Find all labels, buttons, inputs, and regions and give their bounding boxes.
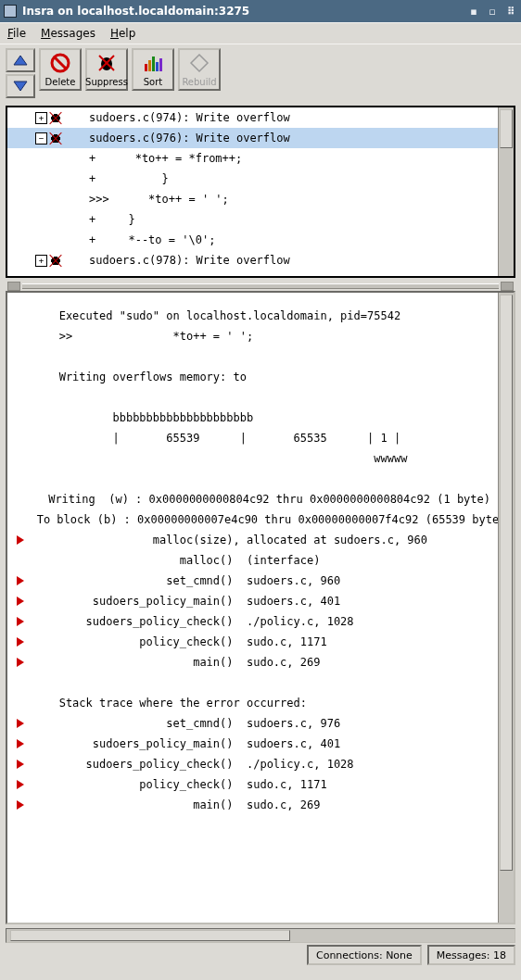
suppress-bug-icon	[96, 53, 117, 73]
svg-marker-0	[14, 56, 27, 65]
status-messages: Messages: 18	[427, 945, 515, 965]
diamond-icon	[189, 53, 210, 73]
detail-line: malloc(size), allocated at sudoers.c, 96…	[39, 534, 427, 547]
maximize-button[interactable]: ▫	[486, 5, 499, 18]
detail-line: >> *to++ = ' ';	[39, 330, 253, 343]
line-text: }	[115, 172, 169, 185]
triangle-icon[interactable]	[17, 739, 24, 748]
message-text: sudoers.c(976): Write overflow	[82, 132, 498, 144]
menu-button[interactable]: ⠿	[504, 5, 517, 18]
svg-rect-10	[156, 62, 159, 71]
scrollbar-thumb[interactable]	[500, 109, 513, 148]
detail-line: | 65539 | 65535 | 1 |	[39, 432, 400, 445]
detail-line: main() sudo.c, 269	[39, 798, 320, 811]
menu-file[interactable]: File	[7, 27, 26, 40]
minimize-button[interactable]: ▪	[467, 5, 480, 18]
scrollbar-thumb[interactable]	[10, 930, 290, 941]
detail-line: bbbbbbbbbbbbbbbbbbbbb	[39, 411, 253, 424]
detail-line: sudoers_policy_main() sudoers.c, 401	[39, 737, 340, 750]
detail-line: Writing overflows memory: to	[39, 371, 247, 383]
detail-line: wwwww	[39, 452, 407, 465]
svg-rect-11	[159, 58, 162, 71]
detail-line: sudoers_policy_check() ./policy.c, 1028	[39, 615, 354, 628]
rebuild-button[interactable]: Rebuild	[178, 48, 221, 91]
detail-line: To block (b) : 0x00000000007e4c90 thru 0…	[17, 513, 498, 526]
delete-label: Delete	[45, 77, 76, 87]
pane-splitter[interactable]	[6, 282, 515, 291]
message-list-pane: + sudoers.c(974): Write overflow − sudoe…	[6, 106, 515, 278]
line-prefix: +	[89, 213, 115, 226]
svg-marker-1	[14, 82, 27, 91]
line-text: *to++ = ' ';	[115, 193, 229, 206]
menu-help[interactable]: Help	[110, 27, 135, 40]
source-line[interactable]: >>> *to++ = ' ';	[7, 189, 498, 209]
titlebar: Insra on localhost.localdomain:3275 ▪ ▫ …	[0, 0, 521, 22]
bug-icon	[49, 111, 62, 124]
line-text: }	[115, 213, 135, 226]
detail-text[interactable]: Executed "sudo" on localhost.localdomain…	[7, 293, 498, 923]
svg-rect-9	[152, 57, 155, 71]
detail-scrollbar[interactable]	[498, 293, 514, 923]
detail-line: policy_check() sudo.c, 1171	[39, 778, 327, 791]
triangle-icon[interactable]	[17, 800, 24, 810]
source-line[interactable]: + }	[7, 169, 498, 189]
suppress-button[interactable]: Suppress	[85, 48, 128, 91]
arrow-down-icon	[13, 81, 28, 92]
scrollbar-thumb[interactable]	[500, 295, 513, 871]
source-line[interactable]: + }	[7, 209, 498, 230]
triangle-icon[interactable]	[17, 617, 24, 626]
detail-line: policy_check() sudo.c, 1171	[39, 635, 327, 648]
detail-line: malloc() (interface)	[39, 554, 320, 567]
message-row[interactable]: − sudoers.c(976): Write overflow	[7, 128, 498, 148]
message-row[interactable]: + sudoers.c(978): Write overflow	[7, 250, 498, 270]
message-text: sudoers.c(978): Write overflow	[82, 254, 498, 267]
svg-rect-7	[145, 64, 147, 71]
triangle-icon[interactable]	[17, 658, 24, 667]
status-connections: Connections: None	[307, 945, 422, 965]
detail-pane: Executed "sudo" on localhost.localdomain…	[6, 291, 515, 924]
menubar: File Messages Help	[0, 22, 521, 44]
bug-icon	[49, 254, 62, 267]
triangle-icon[interactable]	[17, 719, 24, 728]
expand-icon[interactable]: +	[35, 112, 47, 124]
triangle-icon[interactable]	[17, 760, 24, 769]
detail-line: set_cmnd() sudoers.c, 976	[39, 717, 340, 730]
detail-hscrollbar[interactable]	[6, 928, 515, 943]
detail-line: Writing (w) : 0x0000000000804c92 thru 0x…	[29, 493, 491, 506]
rebuild-label: Rebuild	[182, 77, 216, 87]
line-prefix: +	[89, 172, 115, 185]
triangle-icon[interactable]	[17, 576, 24, 585]
splitter-grip[interactable]	[7, 282, 20, 291]
detail-line: Stack trace where the error occurred:	[39, 697, 307, 710]
message-list[interactable]: + sudoers.c(974): Write overflow − sudoe…	[7, 107, 498, 276]
app-icon	[4, 5, 17, 18]
svg-marker-12	[191, 55, 208, 71]
collapse-icon[interactable]: −	[35, 132, 47, 144]
splitter-grip[interactable]	[501, 282, 514, 291]
triangle-icon[interactable]	[17, 597, 24, 606]
line-text: *to++ = *from++;	[115, 152, 242, 165]
source-line[interactable]: + *to++ = *from++;	[7, 148, 498, 169]
detail-line: sudoers_policy_main() sudoers.c, 401	[39, 595, 340, 608]
statusbar: Connections: None Messages: 18	[6, 945, 515, 965]
message-row[interactable]: + sudoers.c(974): Write overflow	[7, 107, 498, 128]
no-entry-icon	[50, 53, 70, 73]
sort-button[interactable]: Sort	[132, 48, 174, 91]
line-prefix: +	[89, 233, 115, 246]
arrow-up-icon	[13, 55, 28, 66]
svg-rect-8	[148, 60, 151, 71]
delete-button[interactable]: Delete	[39, 48, 82, 91]
detail-line: main() sudo.c, 269	[39, 656, 320, 669]
expand-icon[interactable]: +	[35, 255, 47, 267]
bug-icon	[49, 132, 62, 144]
nav-up-button[interactable]	[6, 48, 35, 72]
triangle-icon[interactable]	[17, 780, 24, 789]
nav-down-button[interactable]	[6, 74, 35, 98]
source-line[interactable]: + *--to = '\0';	[7, 230, 498, 250]
triangle-icon[interactable]	[17, 535, 24, 545]
message-list-scrollbar[interactable]	[498, 107, 514, 276]
menu-messages[interactable]: Messages	[41, 27, 95, 40]
triangle-icon[interactable]	[17, 637, 24, 647]
detail-line: sudoers_policy_check() ./policy.c, 1028	[39, 758, 354, 771]
sort-label: Sort	[144, 77, 163, 87]
